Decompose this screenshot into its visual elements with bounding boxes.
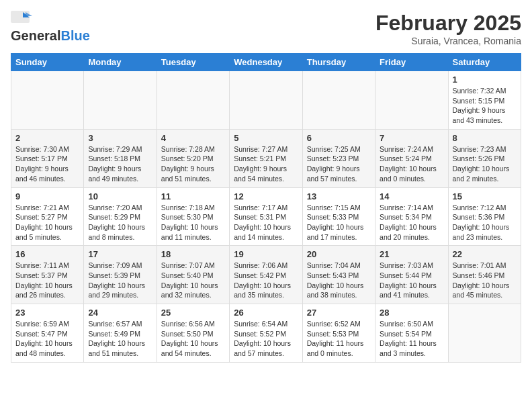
day-info: Sunrise: 7:27 AM Sunset: 5:21 PM Dayligh… <box>234 144 298 184</box>
weekday-header-sunday: Sunday <box>11 54 84 71</box>
day-info: Sunrise: 6:56 AM Sunset: 5:50 PM Dayligh… <box>161 319 225 359</box>
calendar-cell: 3Sunrise: 7:29 AM Sunset: 5:18 PM Daylig… <box>84 129 157 187</box>
calendar-cell: 12Sunrise: 7:17 AM Sunset: 5:31 PM Dayli… <box>230 187 302 246</box>
logo: General Blue <box>11 11 90 44</box>
day-info: Sunrise: 7:24 AM Sunset: 5:24 PM Dayligh… <box>380 144 443 184</box>
day-number: 1 <box>453 75 517 85</box>
calendar-cell: 27Sunrise: 6:52 AM Sunset: 5:53 PM Dayli… <box>302 304 375 363</box>
day-info: Sunrise: 7:28 AM Sunset: 5:20 PM Dayligh… <box>161 144 225 184</box>
calendar-cell: 2Sunrise: 7:30 AM Sunset: 5:17 PM Daylig… <box>11 129 84 187</box>
day-info: Sunrise: 7:06 AM Sunset: 5:42 PM Dayligh… <box>234 261 298 300</box>
day-info: Sunrise: 7:23 AM Sunset: 5:26 PM Dayligh… <box>453 144 517 184</box>
weekday-header-row: SundayMondayTuesdayWednesdayThursdayFrid… <box>11 54 521 71</box>
day-number: 23 <box>15 308 79 318</box>
calendar-week-row: 9Sunrise: 7:21 AM Sunset: 5:27 PM Daylig… <box>11 187 521 246</box>
day-info: Sunrise: 7:32 AM Sunset: 5:15 PM Dayligh… <box>453 86 517 126</box>
day-number: 2 <box>15 133 79 143</box>
day-number: 21 <box>380 249 443 259</box>
calendar-cell: 28Sunrise: 6:50 AM Sunset: 5:54 PM Dayli… <box>375 304 448 363</box>
day-info: Sunrise: 6:54 AM Sunset: 5:52 PM Dayligh… <box>234 319 298 359</box>
day-number: 6 <box>307 133 371 143</box>
weekday-header-thursday: Thursday <box>302 54 375 71</box>
calendar-cell <box>11 71 84 130</box>
day-info: Sunrise: 7:04 AM Sunset: 5:43 PM Dayligh… <box>307 261 371 300</box>
day-number: 19 <box>234 249 298 259</box>
calendar-cell: 20Sunrise: 7:04 AM Sunset: 5:43 PM Dayli… <box>302 246 375 304</box>
weekday-header-monday: Monday <box>84 54 157 71</box>
day-info: Sunrise: 7:12 AM Sunset: 5:36 PM Dayligh… <box>453 203 517 242</box>
day-info: Sunrise: 7:14 AM Sunset: 5:34 PM Dayligh… <box>380 203 443 242</box>
day-info: Sunrise: 7:01 AM Sunset: 5:46 PM Dayligh… <box>453 261 517 300</box>
calendar-cell <box>157 71 229 130</box>
calendar-cell: 22Sunrise: 7:01 AM Sunset: 5:46 PM Dayli… <box>448 246 521 304</box>
day-number: 14 <box>380 191 443 201</box>
day-number: 12 <box>234 191 298 201</box>
weekday-header-tuesday: Tuesday <box>157 54 229 71</box>
day-number: 8 <box>453 133 517 143</box>
day-number: 5 <box>234 133 298 143</box>
calendar-week-row: 23Sunrise: 6:59 AM Sunset: 5:47 PM Dayli… <box>11 304 521 363</box>
day-info: Sunrise: 7:25 AM Sunset: 5:23 PM Dayligh… <box>307 144 371 184</box>
day-number: 20 <box>307 249 371 259</box>
day-info: Sunrise: 6:52 AM Sunset: 5:53 PM Dayligh… <box>307 319 371 359</box>
day-number: 13 <box>307 191 371 201</box>
logo-blue: Blue <box>60 28 89 44</box>
day-info: Sunrise: 7:18 AM Sunset: 5:30 PM Dayligh… <box>161 203 225 242</box>
day-number: 24 <box>88 308 152 318</box>
calendar-cell: 18Sunrise: 7:07 AM Sunset: 5:40 PM Dayli… <box>157 246 229 304</box>
day-info: Sunrise: 7:03 AM Sunset: 5:44 PM Dayligh… <box>380 261 443 300</box>
day-number: 27 <box>307 308 371 318</box>
logo-icon <box>11 11 32 28</box>
calendar-cell: 1Sunrise: 7:32 AM Sunset: 5:15 PM Daylig… <box>448 71 521 130</box>
day-number: 7 <box>380 133 443 143</box>
day-number: 4 <box>161 133 225 143</box>
day-info: Sunrise: 7:09 AM Sunset: 5:39 PM Dayligh… <box>88 261 152 300</box>
calendar-week-row: 16Sunrise: 7:11 AM Sunset: 5:37 PM Dayli… <box>11 246 521 304</box>
calendar-cell: 23Sunrise: 6:59 AM Sunset: 5:47 PM Dayli… <box>11 304 84 363</box>
calendar-cell <box>230 71 302 130</box>
weekday-header-saturday: Saturday <box>448 54 521 71</box>
day-info: Sunrise: 6:57 AM Sunset: 5:49 PM Dayligh… <box>88 319 152 359</box>
title-area: February 2025 Suraia, Vrancea, Romania <box>375 11 521 46</box>
calendar-week-row: 1Sunrise: 7:32 AM Sunset: 5:15 PM Daylig… <box>11 71 521 130</box>
day-number: 3 <box>88 133 152 143</box>
weekday-header-friday: Friday <box>375 54 448 71</box>
day-info: Sunrise: 7:21 AM Sunset: 5:27 PM Dayligh… <box>15 203 79 242</box>
calendar-cell: 25Sunrise: 6:56 AM Sunset: 5:50 PM Dayli… <box>157 304 229 363</box>
day-number: 18 <box>161 249 225 259</box>
day-info: Sunrise: 7:20 AM Sunset: 5:29 PM Dayligh… <box>88 203 152 242</box>
day-number: 28 <box>380 308 443 318</box>
calendar-cell: 7Sunrise: 7:24 AM Sunset: 5:24 PM Daylig… <box>375 129 448 187</box>
calendar-cell: 19Sunrise: 7:06 AM Sunset: 5:42 PM Dayli… <box>230 246 302 304</box>
calendar-cell: 6Sunrise: 7:25 AM Sunset: 5:23 PM Daylig… <box>302 129 375 187</box>
day-info: Sunrise: 7:11 AM Sunset: 5:37 PM Dayligh… <box>15 261 79 300</box>
calendar-cell: 17Sunrise: 7:09 AM Sunset: 5:39 PM Dayli… <box>84 246 157 304</box>
day-number: 22 <box>453 249 517 259</box>
day-number: 15 <box>453 191 517 201</box>
calendar-cell: 21Sunrise: 7:03 AM Sunset: 5:44 PM Dayli… <box>375 246 448 304</box>
calendar-cell: 26Sunrise: 6:54 AM Sunset: 5:52 PM Dayli… <box>230 304 302 363</box>
calendar-cell: 15Sunrise: 7:12 AM Sunset: 5:36 PM Dayli… <box>448 187 521 246</box>
day-number: 26 <box>234 308 298 318</box>
calendar-week-row: 2Sunrise: 7:30 AM Sunset: 5:17 PM Daylig… <box>11 129 521 187</box>
calendar-cell: 11Sunrise: 7:18 AM Sunset: 5:30 PM Dayli… <box>157 187 229 246</box>
day-info: Sunrise: 7:17 AM Sunset: 5:31 PM Dayligh… <box>234 203 298 242</box>
calendar-cell <box>302 71 375 130</box>
day-number: 16 <box>15 249 79 259</box>
calendar-cell: 10Sunrise: 7:20 AM Sunset: 5:29 PM Dayli… <box>84 187 157 246</box>
day-info: Sunrise: 7:07 AM Sunset: 5:40 PM Dayligh… <box>161 261 225 300</box>
day-info: Sunrise: 7:29 AM Sunset: 5:18 PM Dayligh… <box>88 144 152 184</box>
day-number: 11 <box>161 191 225 201</box>
day-info: Sunrise: 7:15 AM Sunset: 5:33 PM Dayligh… <box>307 203 371 242</box>
month-title: February 2025 <box>375 11 521 36</box>
day-number: 25 <box>161 308 225 318</box>
calendar-cell: 8Sunrise: 7:23 AM Sunset: 5:26 PM Daylig… <box>448 129 521 187</box>
day-info: Sunrise: 6:50 AM Sunset: 5:54 PM Dayligh… <box>380 319 443 359</box>
calendar-cell: 9Sunrise: 7:21 AM Sunset: 5:27 PM Daylig… <box>11 187 84 246</box>
weekday-header-wednesday: Wednesday <box>230 54 302 71</box>
day-number: 10 <box>88 191 152 201</box>
page-header: General Blue February 2025 Suraia, Vranc… <box>11 11 521 46</box>
calendar-table: SundayMondayTuesdayWednesdayThursdayFrid… <box>11 53 521 363</box>
calendar-cell <box>448 304 521 363</box>
day-number: 9 <box>15 191 79 201</box>
